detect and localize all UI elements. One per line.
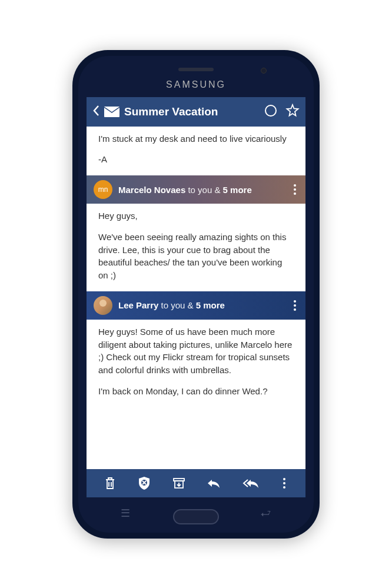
reply-button[interactable] bbox=[207, 478, 221, 489]
home-button[interactable] bbox=[173, 509, 219, 524]
sender-info: Marcelo Novaes to you & 5 more bbox=[118, 185, 285, 195]
brand-logo: SAMSUNG bbox=[166, 79, 226, 90]
star-button[interactable] bbox=[285, 104, 300, 120]
message-menu-button[interactable] bbox=[291, 182, 298, 197]
back-button[interactable] bbox=[92, 104, 99, 120]
mark-unread-button[interactable] bbox=[264, 104, 277, 119]
thread-content: I'm stuck at my desk and need to live vi… bbox=[87, 127, 305, 469]
svg-rect-0 bbox=[104, 107, 119, 117]
app-header: Summer Vacation bbox=[87, 97, 305, 127]
phone-camera bbox=[261, 68, 267, 74]
svg-point-1 bbox=[265, 105, 276, 116]
header-actions bbox=[264, 104, 300, 120]
avatar: mn bbox=[94, 180, 112, 199]
phone-inner: SAMSUNG Summer Vacation bbox=[78, 56, 314, 533]
message-signature: -A bbox=[98, 153, 294, 166]
sender-name: Lee Parry bbox=[118, 300, 158, 310]
phone-speaker bbox=[178, 68, 214, 71]
message-body: Hey guys, We've been seeing really amazi… bbox=[87, 204, 305, 291]
recipients-count: 5 more bbox=[196, 300, 225, 310]
delete-button[interactable] bbox=[104, 477, 116, 490]
reply-all-button[interactable] bbox=[242, 478, 259, 489]
message-menu-button[interactable] bbox=[291, 298, 298, 313]
recipients-count: 5 more bbox=[223, 185, 252, 195]
hw-menu-icon: ☰ bbox=[121, 507, 130, 520]
hw-back-icon: ⮐ bbox=[261, 507, 271, 520]
sender-info: Lee Parry to you & 5 more bbox=[118, 300, 285, 310]
avatar bbox=[94, 296, 112, 315]
thread-title: Summer Vacation bbox=[124, 105, 260, 118]
message-body: I'm stuck at my desk and need to live vi… bbox=[87, 127, 305, 176]
phone-frame: SAMSUNG Summer Vacation bbox=[72, 50, 320, 539]
overflow-menu-button[interactable] bbox=[281, 476, 288, 491]
message-line: We've been seeing really amazing sights … bbox=[98, 231, 294, 282]
bottom-toolbar bbox=[87, 469, 305, 497]
message-line: I'm back on Monday, I can do dinner Wed.… bbox=[98, 385, 294, 398]
message-body: Hey guys! Some of us have been much more… bbox=[87, 320, 305, 407]
recipients-text: to you & bbox=[185, 185, 222, 195]
message-line: Hey guys, bbox=[98, 210, 294, 222]
message-header[interactable]: Lee Parry to you & 5 more bbox=[87, 291, 305, 320]
message-line: I'm stuck at my desk and need to live vi… bbox=[98, 132, 294, 145]
recipients-text: to you & bbox=[158, 300, 195, 310]
sender-name: Marcelo Novaes bbox=[118, 185, 185, 195]
mail-icon bbox=[104, 107, 119, 117]
screen: Summer Vacation I'm stuck at my desk and… bbox=[87, 97, 305, 497]
archive-button[interactable] bbox=[172, 477, 185, 489]
message-header[interactable]: mn Marcelo Novaes to you & 5 more bbox=[87, 175, 305, 204]
message-line: Hey guys! Some of us have been much more… bbox=[98, 325, 294, 377]
spam-button[interactable] bbox=[138, 476, 151, 490]
